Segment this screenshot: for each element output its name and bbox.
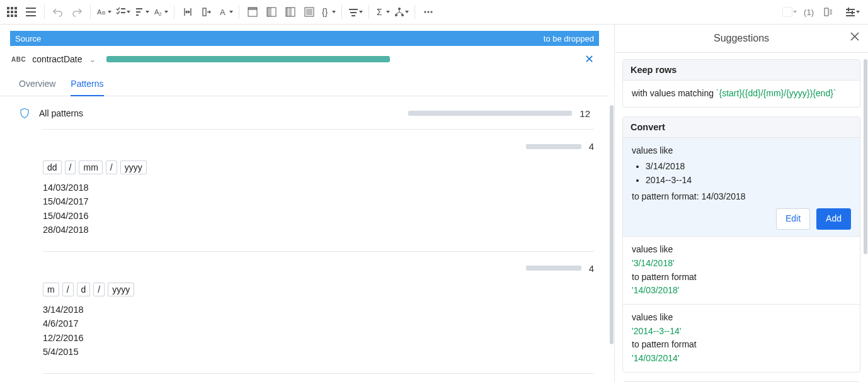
svg-rect-34 [350, 12, 357, 13]
svg-text:A: A [97, 8, 102, 16]
token: yyyy [108, 283, 134, 296]
close-icon[interactable] [850, 32, 859, 43]
svg-point-41 [427, 11, 429, 13]
card-head-convert: Convert [623, 117, 860, 138]
edit-button[interactable]: Edit [776, 208, 810, 230]
suggestions-panel: Suggestions Keep rows with values matchi… [614, 25, 868, 382]
svg-rect-6 [7, 14, 9, 17]
pattern-block[interactable]: 4yyyy--m--dd2014--3--142017--6--12 [43, 373, 594, 382]
chevron-down-icon[interactable]: ⌄ [89, 54, 96, 64]
svg-rect-24 [248, 8, 257, 10]
svg-rect-17 [136, 11, 140, 13]
pattern-block[interactable]: 4m/d/yyyy3/14/20184/6/201712/2/20165/4/2… [43, 251, 594, 373]
svg-rect-45 [846, 12, 855, 13]
close-column-icon[interactable]: ✕ [581, 52, 598, 66]
card-convert: Convert values like 3/14/2018 2014--3--1… [622, 116, 860, 373]
toolbar-right: (1) [780, 3, 865, 21]
cols-1-icon[interactable] [243, 3, 262, 21]
settings-icon[interactable] [843, 3, 862, 21]
svg-rect-9 [26, 8, 36, 9]
braces-icon[interactable]: {} [319, 3, 338, 21]
svg-rect-8 [14, 14, 17, 17]
svg-rect-10 [26, 11, 36, 13]
svg-text:2: 2 [159, 11, 162, 17]
pattern-value: 5/4/2015 [43, 345, 594, 359]
pattern-values: 3/14/20184/6/201712/2/20165/4/2015 [43, 303, 594, 359]
extract-icon[interactable] [197, 3, 216, 21]
all-patterns-row[interactable]: All patterns 12 [15, 105, 594, 129]
pattern-count: 4 [589, 141, 594, 152]
svg-rect-35 [351, 15, 355, 16]
column-name: contractDate [32, 54, 82, 64]
token: / [65, 160, 76, 174]
svg-text:A: A [220, 8, 226, 17]
more-icon[interactable] [419, 3, 438, 21]
source-drop-label: to be dropped [544, 34, 594, 43]
token: / [93, 283, 105, 296]
hierarchy-icon[interactable] [392, 3, 411, 21]
convert-r3-example: '2014--3--14' [632, 325, 851, 339]
toolbar: AB A2 A {} Σ (1) [0, 0, 868, 25]
sort-icon[interactable] [132, 3, 151, 21]
grid-view-icon[interactable] [3, 3, 21, 21]
content-scrollbar[interactable] [609, 25, 614, 382]
pattern-tokens: dd/mm/yyyy [43, 160, 594, 174]
convert-r2-to: to pattern format [632, 271, 851, 284]
pattern-tokens: m/d/yyyy [43, 283, 594, 296]
pattern-value: 15/04/2017 [43, 194, 594, 208]
list-view-icon[interactable] [21, 3, 40, 21]
redo-icon[interactable] [67, 3, 86, 21]
svg-rect-3 [7, 11, 9, 13]
token: m [43, 283, 59, 296]
text-transform-icon[interactable]: A [216, 3, 235, 21]
split-column-icon[interactable]: AB [94, 3, 113, 21]
values-like-label: values like [632, 243, 851, 257]
card-keep-rows: Keep rows with values matching `{start}(… [622, 59, 860, 108]
cols-3-icon[interactable] [281, 3, 300, 21]
keep-text: with values matching [632, 88, 716, 98]
filter-icon[interactable] [346, 3, 365, 21]
sum-icon[interactable]: Σ [373, 3, 392, 21]
svg-rect-5 [14, 11, 17, 13]
cols-2-icon[interactable] [262, 3, 281, 21]
pattern-value: 4/6/2017 [43, 317, 594, 330]
tab-bar: Overview Patterns [0, 79, 609, 96]
target-box-icon[interactable] [780, 3, 799, 21]
panel-scrollbar[interactable] [864, 59, 867, 254]
pattern-value: 3/14/2018 [43, 303, 594, 317]
recipe-icon[interactable] [819, 3, 838, 21]
format-icon[interactable]: A2 [151, 3, 170, 21]
svg-rect-48 [852, 11, 853, 14]
svg-rect-21 [203, 8, 206, 16]
pattern-value: 12/2/2016 [43, 331, 594, 345]
cols-4-icon[interactable] [300, 3, 319, 21]
svg-rect-2 [14, 7, 17, 9]
checklist-icon[interactable] [113, 3, 132, 21]
shield-icon [19, 108, 30, 119]
svg-rect-26 [267, 8, 271, 16]
svg-point-38 [395, 14, 397, 16]
convert-row-1[interactable]: values like 3/14/2018 2014--3--14 to pat… [623, 138, 860, 237]
tab-patterns[interactable]: Patterns [71, 79, 103, 96]
convert-r2-example: '3/14/2018' [632, 257, 851, 271]
convert-row-3[interactable]: values like '2014--3--14' to pattern for… [623, 305, 860, 372]
token: / [62, 283, 74, 296]
undo-icon[interactable] [49, 3, 67, 21]
add-button[interactable]: Add [816, 208, 851, 230]
pattern-bar [526, 144, 581, 149]
keep-row[interactable]: with values matching `{start}({dd}/{mm}/… [623, 81, 860, 107]
tab-overview[interactable]: Overview [19, 79, 55, 96]
convert-row-2[interactable]: values like '3/14/2018' to pattern forma… [623, 237, 860, 305]
all-patterns-bar [408, 111, 572, 116]
merge-icon[interactable] [178, 3, 197, 21]
values-like-label: values like [632, 144, 851, 158]
svg-rect-43 [825, 8, 828, 16]
svg-rect-46 [846, 15, 855, 16]
all-patterns-count: 12 [580, 108, 590, 119]
svg-rect-7 [11, 14, 13, 17]
toolbar-count: (1) [804, 8, 814, 17]
token: mm [79, 160, 102, 174]
column-header-row: ABC contractDate ⌄ ✕ [0, 46, 609, 70]
bullet-2: 2014--3--14 [646, 174, 851, 188]
pattern-block[interactable]: 4dd/mm/yyyy14/03/201815/04/201715/04/201… [43, 129, 594, 251]
